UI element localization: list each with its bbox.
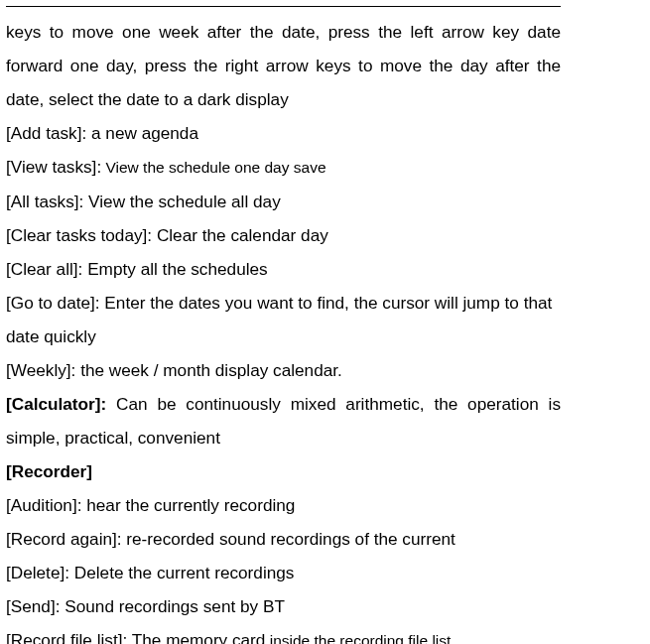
item-label: [Audition]: bbox=[6, 495, 81, 515]
item-add-task: [Add task]: a new agenda bbox=[6, 116, 561, 150]
item-label: [Calculator]: bbox=[6, 394, 106, 414]
item-text: Sound recordings sent by BT bbox=[60, 596, 284, 616]
item-label: [All tasks]: bbox=[6, 192, 83, 211]
item-record-again: [Record again]: re-recorded sound record… bbox=[6, 522, 561, 556]
item-text: re-recorded sound recordings of the curr… bbox=[122, 529, 455, 549]
item-label: [Go to date]: bbox=[6, 293, 100, 313]
item-text: View the schedule one day save bbox=[101, 159, 325, 176]
item-go-to-date: [Go to date]: Enter the dates you want t… bbox=[6, 286, 561, 353]
item-clear-today: [Clear tasks today]: Clear the calendar … bbox=[6, 218, 561, 252]
horizontal-rule bbox=[6, 6, 561, 7]
item-text: Empty all the schedules bbox=[82, 259, 267, 279]
item-text-small: inside the recording file list bbox=[265, 632, 451, 644]
item-label: [Weekly]: bbox=[6, 360, 75, 380]
item-label: [Send]: bbox=[6, 596, 60, 616]
item-view-tasks: [View tasks]: View the schedule one day … bbox=[6, 150, 561, 185]
item-text: View the schedule all day bbox=[83, 192, 280, 211]
item-clear-all: [Clear all]: Empty all the schedules bbox=[6, 252, 561, 286]
item-text: The memory card bbox=[132, 630, 266, 644]
item-audition: [Audition]: hear the currently recording bbox=[6, 488, 561, 522]
item-label: [Add task]: bbox=[6, 123, 86, 143]
item-send: [Send]: Sound recordings sent by BT bbox=[6, 589, 561, 623]
body-text: keys to move one week after the date, pr… bbox=[6, 15, 561, 644]
item-label: [Delete]: bbox=[6, 563, 69, 582]
item-weekly: [Weekly]: the week / month display calen… bbox=[6, 353, 561, 387]
item-label: [Clear all]: bbox=[6, 259, 82, 279]
item-text: Delete the current recordings bbox=[69, 563, 294, 582]
item-text: hear the currently recording bbox=[81, 495, 295, 515]
item-text: the week / month display calendar. bbox=[75, 360, 341, 380]
item-text: a new agenda bbox=[86, 123, 198, 143]
item-delete: [Delete]: Delete the current recordings bbox=[6, 556, 561, 589]
item-label: [Clear tasks today]: bbox=[6, 225, 152, 245]
item-record-file-list: [Record file list]; The memory card insi… bbox=[6, 623, 561, 644]
item-all-tasks: [All tasks]: View the schedule all day bbox=[6, 185, 561, 218]
item-label: [View tasks]: bbox=[6, 157, 101, 177]
intro-paragraph: keys to move one week after the date, pr… bbox=[6, 15, 561, 116]
item-label: [Record file list]; bbox=[6, 630, 132, 644]
item-text: Clear the calendar day bbox=[152, 225, 328, 245]
item-calculator: [Calculator]: Can be continuously mixed … bbox=[6, 387, 561, 454]
item-label: [Record again]: bbox=[6, 529, 122, 549]
recorder-heading: [Recorder] bbox=[6, 454, 561, 488]
